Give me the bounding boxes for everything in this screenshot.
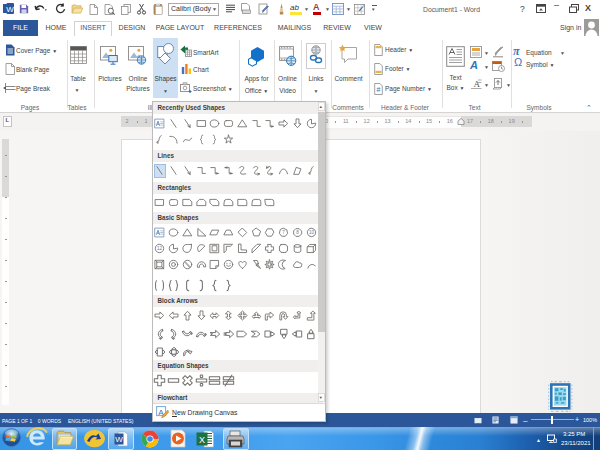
svg-text:W: W	[115, 435, 123, 444]
svg-text:X: X	[199, 434, 205, 444]
svg-text:W: W	[6, 5, 14, 14]
svg-text:#: #	[377, 86, 381, 93]
